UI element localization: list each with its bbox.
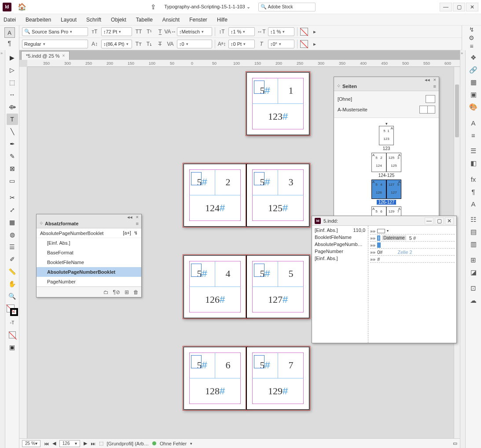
allcaps-icon[interactable]: TT xyxy=(135,28,143,36)
menu-layout[interactable]: Layout xyxy=(61,17,77,23)
fill-swatch[interactable] xyxy=(300,28,308,36)
tracking-combo[interactable]: ↕ 0▾ xyxy=(177,40,212,48)
more-icon[interactable]: ▸ xyxy=(311,28,319,36)
share-icon[interactable]: ⇪ xyxy=(151,3,156,11)
font-family-combo[interactable]: 🔍 Source Sans Pro▾ xyxy=(22,27,88,36)
close-button[interactable]: ✕ xyxy=(445,217,454,224)
delete-style-icon[interactable]: 🗑 xyxy=(133,289,139,295)
layers-icon[interactable]: ❖ xyxy=(468,52,479,63)
textwrap-icon[interactable]: ◧ xyxy=(468,158,479,169)
free-transform-tool[interactable]: ⤢ xyxy=(7,204,18,216)
view-mode-icon[interactable]: ▣ xyxy=(7,342,18,353)
apply-color-icon[interactable] xyxy=(7,329,18,341)
close-panel-icon[interactable]: × xyxy=(433,77,436,81)
hand-tool[interactable]: ✋ xyxy=(7,278,18,290)
menu-ansicht[interactable]: Ansicht xyxy=(162,17,180,23)
menu-hilfe[interactable]: Hilfe xyxy=(217,17,228,23)
para-grip-icon[interactable]: ⁘ xyxy=(39,220,43,226)
page[interactable]: 5#4126# xyxy=(184,255,246,318)
underline-icon[interactable]: T̲ xyxy=(156,28,164,36)
story-line[interactable]: »» 0#Zelle 2 xyxy=(370,249,455,256)
story-editor-window[interactable]: Id 5.indd: — ▢ ✕ [Einf. Abs.]110,0Bookle… xyxy=(312,216,457,343)
quick-apply-icon[interactable]: ↯ xyxy=(469,26,474,33)
page[interactable]: 5#6128# xyxy=(184,347,246,410)
gradient-feather-tool[interactable]: ◍ xyxy=(7,229,18,240)
menu-objekt[interactable]: Objekt xyxy=(111,17,126,23)
zoom-combo[interactable]: 25 % ▾ xyxy=(22,440,40,447)
close-tab-icon[interactable]: × xyxy=(62,53,65,58)
left-dock-nub[interactable] xyxy=(0,50,5,448)
settings-icon[interactable]: ⚙ xyxy=(469,34,474,41)
nav-prev-icon[interactable]: ◀ xyxy=(52,441,56,446)
story-line[interactable]: »» IDateiname 5 # xyxy=(370,235,455,242)
char-icon[interactable]: A xyxy=(468,198,479,209)
content-collector-tool[interactable]: ⟴ xyxy=(7,101,18,113)
preflight-errors[interactable]: Ohne Fehler xyxy=(160,441,187,446)
strikethrough-icon[interactable]: T̶ xyxy=(156,40,164,48)
style-icon[interactable]: ≡ xyxy=(468,129,479,141)
scissors-tool[interactable]: ✂ xyxy=(7,192,18,203)
preflight-profile[interactable]: [Grundprofil] (Arb… xyxy=(107,441,149,446)
lines-icon[interactable]: ☰ xyxy=(468,145,479,157)
glyph-icon[interactable]: A xyxy=(468,117,479,129)
line-tool[interactable]: ╲ xyxy=(7,126,18,137)
ruler-vertical[interactable] xyxy=(19,67,27,438)
paragraph-style-item[interactable]: BaseFormat xyxy=(37,248,141,257)
skew-combo[interactable]: ↕ 0°▾ xyxy=(268,40,294,48)
new-style-icon[interactable]: ⊞ xyxy=(125,289,129,295)
cc-libs-icon[interactable]: ☁ xyxy=(468,295,479,306)
paragraph-style-item[interactable]: PageNumber xyxy=(37,277,141,286)
spread-thumb[interactable]: A5 4126A127 5127126-127 xyxy=(371,180,401,205)
horiz-scale-combo[interactable]: ↕ 1 %▾ xyxy=(268,27,294,36)
color-icon[interactable]: ▣ xyxy=(468,89,479,100)
document-title[interactable]: Typography-and-Scripting-15-1-1-103 ⌄ xyxy=(164,4,250,10)
ruler-horizontal[interactable]: 3503002502001501005005010015020025030035… xyxy=(27,60,460,67)
story-icon[interactable]: ☷ xyxy=(468,214,479,225)
rectangle-tool[interactable]: ▭ xyxy=(7,175,18,187)
page[interactable]: 5#7129# xyxy=(246,347,309,410)
close-panel-icon[interactable]: × xyxy=(136,214,139,219)
measure-tool[interactable]: 📏 xyxy=(7,266,18,277)
master-row[interactable]: A-Musterseite xyxy=(338,104,435,115)
spread-thumb[interactable]: A5 2124A125 3125124-125 xyxy=(371,153,401,178)
page[interactable]: 5#2124# xyxy=(184,164,246,227)
menu-datei[interactable]: Datei xyxy=(4,17,16,23)
menu-schrift[interactable]: Schrift xyxy=(86,17,101,23)
minimize-button[interactable]: — xyxy=(440,3,452,11)
page[interactable]: 5#5127# xyxy=(246,255,309,318)
type-tool[interactable]: T xyxy=(7,114,18,125)
minimize-button[interactable]: — xyxy=(425,217,433,224)
spread-thumb[interactable]: ▾A5 1123123 xyxy=(379,121,394,151)
smallcaps-icon[interactable]: Tᴛ xyxy=(135,40,143,48)
rectangle-frame-tool[interactable]: ⊠ xyxy=(7,163,18,174)
menu-tabelle[interactable]: Tabelle xyxy=(136,17,153,23)
paragraph-style-item[interactable]: AbsolutePageNumberBooklet xyxy=(37,267,141,277)
baseline-combo[interactable]: ↕ 0 Pt▾ xyxy=(228,40,255,48)
menu-fenster[interactable]: Fenster xyxy=(189,17,207,23)
panel-menu-icon[interactable]: ≡ xyxy=(136,221,139,226)
page[interactable]: 5#3125# xyxy=(246,164,309,227)
font-size-combo[interactable]: ↕ 72 Pt▾ xyxy=(101,27,132,36)
clear-override-icon[interactable]: ¶⊘ xyxy=(113,289,120,295)
vert-scale-combo[interactable]: ↕ 1 %▾ xyxy=(228,27,255,36)
paragraph-mode-icon[interactable]: ¶ xyxy=(8,40,11,47)
panel-menu-icon[interactable]: ≡ xyxy=(433,84,436,89)
menu-bearbeiten[interactable]: Bearbeiten xyxy=(26,17,51,23)
structure-icon[interactable]: ▭ xyxy=(453,441,457,446)
leading-combo[interactable]: ↕ (86,4 Pt)▾ xyxy=(101,40,132,48)
open-dialog-icon[interactable]: ⬚ xyxy=(99,441,103,446)
links-icon[interactable]: 🔗 xyxy=(468,64,479,76)
page[interactable]: 5#1123# xyxy=(246,72,309,135)
folder-icon[interactable]: 🗀 xyxy=(103,289,109,295)
collapse-icon[interactable]: ◂◂ xyxy=(127,214,132,219)
more-icon-2[interactable]: ▸ xyxy=(311,40,319,48)
character-mode-icon[interactable]: A xyxy=(4,27,15,38)
align-icon[interactable]: ⊞ xyxy=(468,254,479,266)
page-combo[interactable]: 126 ▾ xyxy=(59,440,80,447)
font-style-combo[interactable]: Regular▾ xyxy=(22,40,88,48)
paragraph-style-item[interactable]: BookletFileName xyxy=(37,257,141,267)
stroke-icon[interactable]: ▦ xyxy=(468,77,479,88)
story-line[interactable]: »» xyxy=(370,242,455,249)
panel-menu-icon[interactable]: ≡ xyxy=(470,43,473,50)
close-button[interactable]: ✕ xyxy=(466,3,478,11)
